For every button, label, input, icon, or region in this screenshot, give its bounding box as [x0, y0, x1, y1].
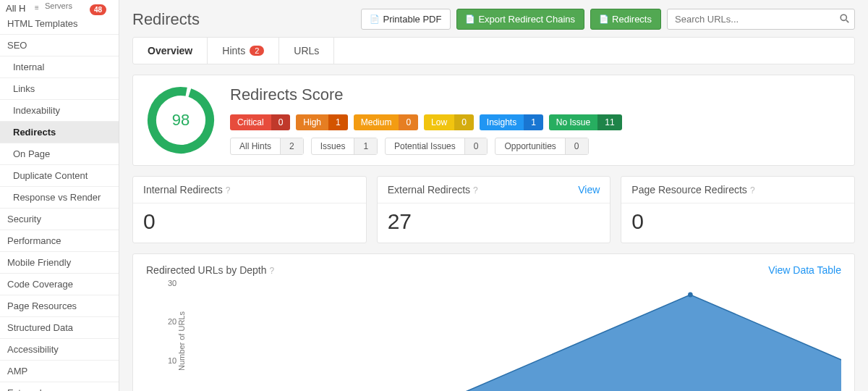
- chip-medium[interactable]: Medium0: [354, 114, 418, 130]
- nav-list: HTML TemplatesSEOInternalLinksIndexabili…: [0, 13, 119, 391]
- counts-row: All Hints2 Issues1 Potential Issues0 Opp…: [230, 138, 841, 155]
- ytick: 10: [168, 356, 176, 365]
- main-content: Redirects Printable PDF Export Redirect …: [119, 0, 868, 391]
- redirects-button[interactable]: Redirects: [590, 9, 661, 30]
- severity-row: Critical0 High1 Medium0 Low0 Insights1 N…: [230, 114, 841, 130]
- sidebar-item-performance[interactable]: Performance: [0, 230, 119, 252]
- search-input[interactable]: [667, 9, 855, 30]
- count-opps[interactable]: Opportunities0: [495, 138, 588, 155]
- svg-marker-3: [448, 295, 841, 391]
- score-ring: 98: [146, 85, 216, 155]
- sidebar-item-duplicate-content[interactable]: Duplicate Content: [0, 165, 119, 187]
- sidebar: All H Servers 48 HTML TemplatesSEOIntern…: [0, 0, 119, 391]
- score-title: Redirects Score: [230, 85, 841, 104]
- tabs: Overview Hints 2 URLs: [132, 37, 855, 64]
- count-potential[interactable]: Potential Issues0: [385, 138, 488, 155]
- file-icon: [466, 15, 475, 24]
- svg-line-1: [846, 20, 848, 22]
- stat-internal: Internal Redirects? 0: [132, 176, 367, 243]
- sidebar-item-code-coverage[interactable]: Code Coverage: [0, 274, 119, 295]
- tab-urls[interactable]: URLs: [279, 38, 334, 64]
- help-icon[interactable]: ?: [473, 185, 478, 196]
- tab-overview[interactable]: Overview: [133, 38, 208, 64]
- chart-panel: Redirected URLs by Depth? View Data Tabl…: [132, 253, 855, 391]
- file-icon: [600, 15, 608, 24]
- help-icon[interactable]: ?: [270, 266, 275, 276]
- count-all-hints[interactable]: All Hints2: [230, 138, 304, 155]
- ytick: 30: [168, 279, 176, 287]
- tab-hints[interactable]: Hints 2: [208, 38, 279, 64]
- svg-point-0: [841, 14, 846, 20]
- sidebar-item-structured-data[interactable]: Structured Data: [0, 317, 119, 339]
- plot: [185, 283, 841, 391]
- ytick: 20: [168, 317, 176, 326]
- sidebar-item-security[interactable]: Security: [0, 209, 119, 230]
- all-h-label: All H: [6, 3, 25, 14]
- sidebar-item-external[interactable]: External: [0, 382, 119, 391]
- chip-critical[interactable]: Critical0: [230, 114, 290, 130]
- stat-external-value: 27: [378, 203, 610, 243]
- sidebar-item-internal[interactable]: Internal: [0, 56, 119, 78]
- sidebar-item-response-vs-render[interactable]: Response vs Render: [0, 187, 119, 209]
- file-icon: [370, 15, 379, 24]
- servers-badge: 48: [90, 4, 106, 15]
- sidebar-item-seo[interactable]: SEO: [0, 35, 119, 56]
- score-value: 98: [172, 111, 190, 130]
- chip-high[interactable]: High1: [296, 114, 347, 130]
- servers-label[interactable]: Servers: [45, 1, 72, 10]
- search-icon[interactable]: [840, 14, 849, 25]
- svg-point-4: [688, 293, 693, 298]
- count-issues[interactable]: Issues1: [311, 138, 378, 155]
- sidebar-item-accessibility[interactable]: Accessibility: [0, 339, 119, 361]
- help-icon[interactable]: ?: [226, 185, 231, 196]
- header-actions: Printable PDF Export Redirect Chains Red…: [361, 9, 855, 30]
- sidebar-item-indexability[interactable]: Indexability: [0, 100, 119, 122]
- view-link[interactable]: View: [578, 184, 600, 196]
- stat-resource: Page Resource Redirects? 0: [621, 176, 855, 243]
- sidebar-item-page-resources[interactable]: Page Resources: [0, 295, 119, 317]
- search-wrap: [667, 9, 855, 30]
- chart-area: Number of URLs 102030: [168, 283, 841, 391]
- chip-insights[interactable]: Insights1: [480, 114, 543, 130]
- page-title: Redirects: [132, 10, 200, 29]
- stat-resource-value: 0: [621, 203, 854, 243]
- hints-badge: 2: [250, 46, 264, 56]
- header-row: Redirects Printable PDF Export Redirect …: [132, 9, 855, 30]
- sidebar-item-mobile-friendly[interactable]: Mobile Friendly: [0, 252, 119, 274]
- chart-title: Redirected URLs by Depth?: [146, 264, 274, 276]
- stat-external: External Redirects?View 27: [377, 176, 611, 243]
- stat-internal-value: 0: [133, 203, 366, 243]
- export-redirect-chains-button[interactable]: Export Redirect Chains: [456, 9, 584, 30]
- printable-pdf-button[interactable]: Printable PDF: [361, 9, 451, 30]
- stat-row: Internal Redirects? 0 External Redirects…: [132, 176, 855, 243]
- servers-icon: [35, 3, 42, 9]
- sidebar-item-amp[interactable]: AMP: [0, 361, 119, 382]
- sidebar-item-links[interactable]: Links: [0, 78, 119, 100]
- view-data-table-link[interactable]: View Data Table: [768, 264, 841, 276]
- chip-low[interactable]: Low0: [424, 114, 474, 130]
- sidebar-item-on-page[interactable]: On Page: [0, 143, 119, 165]
- score-panel: 98 Redirects Score Critical0 High1 Mediu…: [132, 75, 855, 166]
- sidebar-item-redirects[interactable]: Redirects: [0, 122, 119, 143]
- help-icon[interactable]: ?: [750, 185, 755, 196]
- sidebar-item-html-templates[interactable]: HTML Templates: [0, 13, 119, 35]
- chip-noissue[interactable]: No Issue11: [549, 114, 622, 130]
